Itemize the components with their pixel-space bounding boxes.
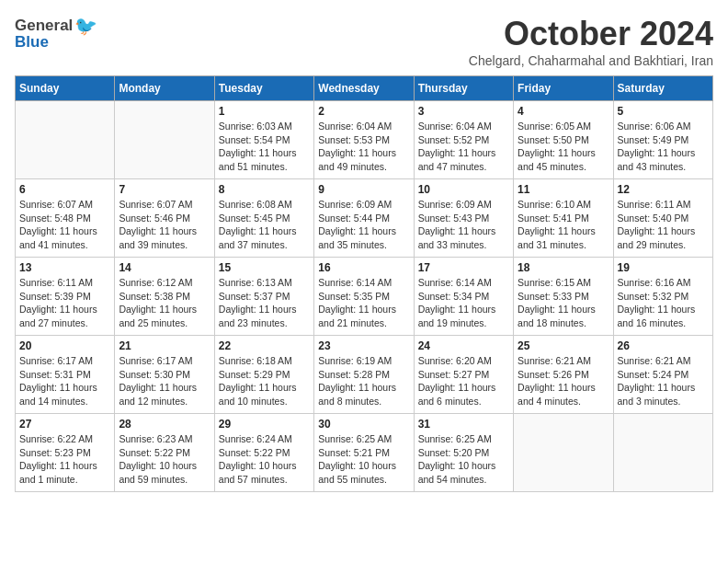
day-info: Sunrise: 6:07 AM Sunset: 5:46 PM Dayligh… [119, 198, 210, 252]
day-info: Sunrise: 6:14 AM Sunset: 5:35 PM Dayligh… [318, 276, 409, 330]
day-info: Sunrise: 6:14 AM Sunset: 5:34 PM Dayligh… [418, 276, 509, 330]
day-number: 5 [618, 105, 709, 118]
day-info: Sunrise: 6:21 AM Sunset: 5:24 PM Dayligh… [618, 354, 709, 408]
day-number: 22 [219, 339, 310, 352]
calendar-cell: 16Sunrise: 6:14 AM Sunset: 5:35 PM Dayli… [314, 258, 414, 336]
day-info: Sunrise: 6:18 AM Sunset: 5:29 PM Dayligh… [219, 354, 310, 408]
day-number: 19 [618, 261, 709, 274]
day-info: Sunrise: 6:15 AM Sunset: 5:33 PM Dayligh… [518, 276, 609, 330]
day-number: 7 [119, 183, 210, 196]
calendar-cell: 30Sunrise: 6:25 AM Sunset: 5:21 PM Dayli… [314, 414, 414, 492]
calendar-cell: 4Sunrise: 6:05 AM Sunset: 5:50 PM Daylig… [514, 101, 613, 179]
day-info: Sunrise: 6:12 AM Sunset: 5:38 PM Dayligh… [119, 276, 210, 330]
title-area: October 2024 Chelgard, Chaharmahal and B… [469, 15, 713, 68]
calendar-cell [115, 101, 214, 179]
calendar-cell: 2Sunrise: 6:04 AM Sunset: 5:53 PM Daylig… [314, 101, 414, 179]
location-subtitle: Chelgard, Chaharmahal and Bakhtiari, Ira… [469, 53, 713, 68]
day-info: Sunrise: 6:04 AM Sunset: 5:52 PM Dayligh… [418, 120, 509, 174]
day-number: 2 [318, 105, 409, 118]
header-area: General 🐦 Blue October 2024 Chelgard, Ch… [15, 15, 713, 68]
week-row-3: 13Sunrise: 6:11 AM Sunset: 5:39 PM Dayli… [16, 258, 713, 336]
month-title: October 2024 [469, 15, 713, 53]
day-number: 3 [418, 105, 509, 118]
calendar-cell: 20Sunrise: 6:17 AM Sunset: 5:31 PM Dayli… [16, 336, 115, 414]
day-number: 4 [518, 105, 609, 118]
weekday-header-friday: Friday [514, 76, 613, 101]
week-row-4: 20Sunrise: 6:17 AM Sunset: 5:31 PM Dayli… [16, 336, 713, 414]
calendar-cell: 3Sunrise: 6:04 AM Sunset: 5:52 PM Daylig… [414, 101, 513, 179]
day-number: 18 [518, 261, 609, 274]
day-number: 17 [418, 261, 509, 274]
day-number: 11 [518, 183, 609, 196]
calendar-table: SundayMondayTuesdayWednesdayThursdayFrid… [15, 75, 713, 492]
day-info: Sunrise: 6:05 AM Sunset: 5:50 PM Dayligh… [518, 120, 609, 174]
calendar-cell: 25Sunrise: 6:21 AM Sunset: 5:26 PM Dayli… [514, 336, 613, 414]
logo-bird-icon: 🐦 [74, 15, 97, 37]
calendar-cell: 9Sunrise: 6:09 AM Sunset: 5:44 PM Daylig… [314, 179, 414, 258]
day-number: 30 [318, 418, 409, 431]
day-info: Sunrise: 6:20 AM Sunset: 5:27 PM Dayligh… [418, 354, 509, 408]
calendar-cell: 29Sunrise: 6:24 AM Sunset: 5:22 PM Dayli… [214, 414, 313, 492]
calendar-cell: 8Sunrise: 6:08 AM Sunset: 5:45 PM Daylig… [214, 179, 313, 258]
day-info: Sunrise: 6:22 AM Sunset: 5:23 PM Dayligh… [19, 432, 110, 487]
week-row-2: 6Sunrise: 6:07 AM Sunset: 5:48 PM Daylig… [16, 179, 713, 258]
day-number: 10 [418, 183, 509, 196]
calendar-cell: 19Sunrise: 6:16 AM Sunset: 5:32 PM Dayli… [613, 258, 712, 336]
calendar-cell: 6Sunrise: 6:07 AM Sunset: 5:48 PM Daylig… [16, 179, 115, 258]
weekday-header-sunday: Sunday [16, 76, 115, 101]
calendar-cell: 23Sunrise: 6:19 AM Sunset: 5:28 PM Dayli… [314, 336, 414, 414]
day-number: 14 [119, 261, 210, 274]
day-info: Sunrise: 6:06 AM Sunset: 5:49 PM Dayligh… [618, 120, 709, 174]
day-info: Sunrise: 6:17 AM Sunset: 5:31 PM Dayligh… [19, 354, 110, 408]
calendar-cell: 28Sunrise: 6:23 AM Sunset: 5:22 PM Dayli… [115, 414, 214, 492]
day-info: Sunrise: 6:19 AM Sunset: 5:28 PM Dayligh… [318, 354, 409, 408]
day-number: 6 [19, 183, 110, 196]
day-info: Sunrise: 6:10 AM Sunset: 5:41 PM Dayligh… [518, 198, 609, 252]
calendar-cell: 17Sunrise: 6:14 AM Sunset: 5:34 PM Dayli… [414, 258, 513, 336]
day-number: 8 [219, 183, 310, 196]
day-info: Sunrise: 6:11 AM Sunset: 5:40 PM Dayligh… [618, 198, 709, 252]
weekday-header-thursday: Thursday [414, 76, 513, 101]
calendar-cell: 13Sunrise: 6:11 AM Sunset: 5:39 PM Dayli… [16, 258, 115, 336]
weekday-header-saturday: Saturday [613, 76, 712, 101]
calendar-cell: 7Sunrise: 6:07 AM Sunset: 5:46 PM Daylig… [115, 179, 214, 258]
calendar-cell [613, 414, 712, 492]
day-info: Sunrise: 6:25 AM Sunset: 5:20 PM Dayligh… [418, 432, 509, 487]
weekday-header-wednesday: Wednesday [314, 76, 414, 101]
day-number: 12 [618, 183, 709, 196]
day-info: Sunrise: 6:25 AM Sunset: 5:21 PM Dayligh… [318, 432, 409, 487]
day-number: 27 [19, 418, 110, 431]
day-info: Sunrise: 6:09 AM Sunset: 5:43 PM Dayligh… [418, 198, 509, 252]
day-info: Sunrise: 6:16 AM Sunset: 5:32 PM Dayligh… [618, 276, 709, 330]
day-number: 29 [219, 418, 310, 431]
calendar-cell: 14Sunrise: 6:12 AM Sunset: 5:38 PM Dayli… [115, 258, 214, 336]
day-number: 13 [19, 261, 110, 274]
calendar-cell [514, 414, 613, 492]
day-number: 21 [119, 339, 210, 352]
calendar-cell [16, 101, 115, 179]
weekday-header-tuesday: Tuesday [214, 76, 313, 101]
day-info: Sunrise: 6:09 AM Sunset: 5:44 PM Dayligh… [318, 198, 409, 252]
calendar-cell: 12Sunrise: 6:11 AM Sunset: 5:40 PM Dayli… [613, 179, 712, 258]
day-info: Sunrise: 6:03 AM Sunset: 5:54 PM Dayligh… [219, 120, 310, 174]
day-info: Sunrise: 6:08 AM Sunset: 5:45 PM Dayligh… [219, 198, 310, 252]
calendar-cell: 5Sunrise: 6:06 AM Sunset: 5:49 PM Daylig… [613, 101, 712, 179]
logo-text-blue: Blue [15, 33, 49, 52]
day-info: Sunrise: 6:11 AM Sunset: 5:39 PM Dayligh… [19, 276, 110, 330]
weekday-header-row: SundayMondayTuesdayWednesdayThursdayFrid… [16, 76, 713, 101]
day-number: 16 [318, 261, 409, 274]
day-number: 20 [19, 339, 110, 352]
day-info: Sunrise: 6:13 AM Sunset: 5:37 PM Dayligh… [219, 276, 310, 330]
day-number: 23 [318, 339, 409, 352]
day-number: 24 [418, 339, 509, 352]
calendar-cell: 31Sunrise: 6:25 AM Sunset: 5:20 PM Dayli… [414, 414, 513, 492]
calendar-cell: 18Sunrise: 6:15 AM Sunset: 5:33 PM Dayli… [514, 258, 613, 336]
calendar-cell: 26Sunrise: 6:21 AM Sunset: 5:24 PM Dayli… [613, 336, 712, 414]
day-number: 31 [418, 418, 509, 431]
day-number: 15 [219, 261, 310, 274]
day-number: 9 [318, 183, 409, 196]
logo: General 🐦 Blue [15, 15, 97, 52]
day-info: Sunrise: 6:04 AM Sunset: 5:53 PM Dayligh… [318, 120, 409, 174]
day-info: Sunrise: 6:21 AM Sunset: 5:26 PM Dayligh… [518, 354, 609, 408]
calendar-cell: 11Sunrise: 6:10 AM Sunset: 5:41 PM Dayli… [514, 179, 613, 258]
